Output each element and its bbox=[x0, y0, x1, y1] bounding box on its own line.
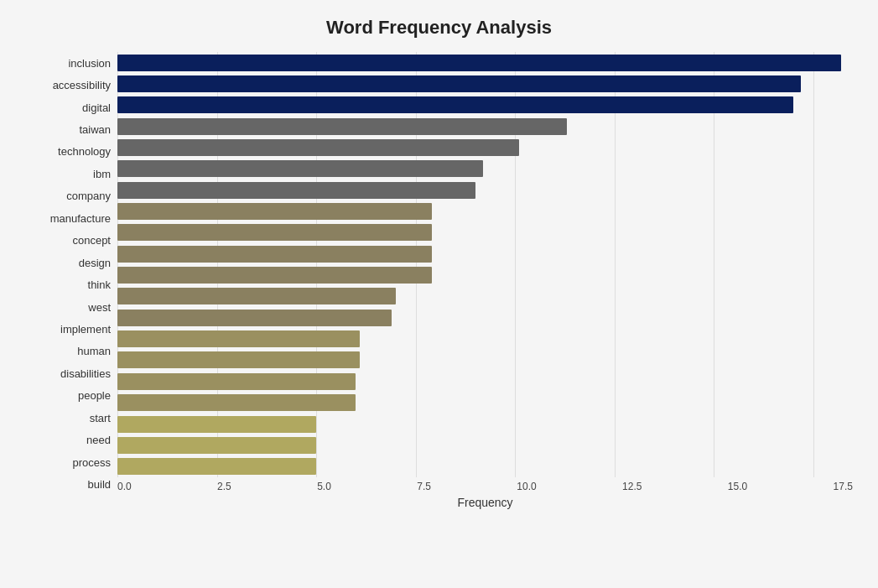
x-axis: 0.02.55.07.510.012.515.017.5 Frequency bbox=[117, 481, 853, 514]
x-tick: 15.0 bbox=[728, 481, 747, 492]
bar-ibm bbox=[117, 160, 483, 177]
y-label: implement bbox=[60, 318, 111, 340]
bar-row bbox=[117, 243, 853, 264]
bar-row bbox=[117, 116, 853, 137]
bar-company bbox=[117, 182, 475, 199]
bar-taiwan bbox=[117, 118, 567, 135]
bars-inner bbox=[117, 52, 853, 477]
bar-row bbox=[117, 137, 853, 158]
bar-people bbox=[117, 373, 356, 390]
y-label: taiwan bbox=[79, 119, 111, 141]
bar-implement bbox=[117, 310, 392, 326]
bar-start bbox=[117, 394, 356, 411]
y-label: design bbox=[79, 252, 111, 273]
bar-row bbox=[117, 264, 853, 285]
x-tick: 2.5 bbox=[217, 481, 231, 492]
y-label: process bbox=[72, 451, 111, 473]
bar-row bbox=[117, 95, 853, 116]
y-label: digital bbox=[82, 96, 111, 118]
y-label: inclusion bbox=[68, 52, 111, 74]
y-label: concept bbox=[72, 230, 111, 252]
bar-digital bbox=[117, 96, 793, 113]
bar-accessibility bbox=[117, 75, 801, 92]
x-tick: 10.0 bbox=[517, 481, 536, 492]
x-tick: 12.5 bbox=[622, 481, 642, 492]
bar-row bbox=[117, 307, 853, 328]
y-label: technology bbox=[58, 141, 111, 163]
y-label: build bbox=[88, 474, 111, 496]
y-label: ibm bbox=[93, 163, 111, 185]
y-label: think bbox=[88, 274, 111, 296]
bars-and-xaxis: 0.02.55.07.510.012.515.017.5 Frequency bbox=[117, 52, 853, 514]
bar-disabilities bbox=[117, 351, 360, 368]
x-ticks: 0.02.55.07.510.012.515.017.5 bbox=[117, 481, 853, 492]
bar-row bbox=[117, 52, 853, 73]
bar-process bbox=[117, 437, 316, 454]
bar-manufacture bbox=[117, 203, 432, 220]
bar-row bbox=[117, 159, 853, 180]
bar-row bbox=[117, 434, 853, 455]
y-label: west bbox=[88, 296, 111, 318]
bar-row bbox=[117, 222, 853, 243]
bar-need bbox=[117, 416, 316, 433]
y-axis: inclusionaccessibilitydigitaltaiwantechn… bbox=[25, 52, 117, 514]
x-tick: 5.0 bbox=[317, 481, 331, 492]
x-axis-label: Frequency bbox=[117, 496, 853, 509]
bar-row bbox=[117, 414, 853, 434]
bar-think bbox=[117, 267, 432, 284]
chart-area: inclusionaccessibilitydigitaltaiwantechn… bbox=[25, 52, 853, 514]
bar-west bbox=[117, 288, 396, 304]
bar-row bbox=[117, 200, 853, 221]
bar-concept bbox=[117, 224, 432, 241]
bar-row bbox=[117, 350, 853, 371]
y-label: company bbox=[66, 185, 111, 207]
y-label: manufacture bbox=[50, 207, 111, 229]
y-label: accessibility bbox=[53, 75, 111, 96]
bar-row bbox=[117, 393, 853, 414]
x-tick: 17.5 bbox=[834, 481, 853, 492]
bar-row bbox=[117, 180, 853, 200]
bars-area bbox=[117, 52, 853, 477]
bar-row bbox=[117, 73, 853, 94]
bar-technology bbox=[117, 139, 519, 156]
chart-container: Word Frequency Analysis inclusionaccessi… bbox=[0, 0, 878, 588]
y-label: need bbox=[86, 429, 111, 451]
y-label: start bbox=[90, 407, 111, 429]
x-tick: 7.5 bbox=[417, 481, 431, 492]
bar-row bbox=[117, 371, 853, 392]
bar-build bbox=[117, 458, 316, 475]
bar-inclusion bbox=[117, 55, 841, 71]
y-label: people bbox=[78, 385, 111, 407]
bar-design bbox=[117, 246, 432, 263]
y-label: human bbox=[77, 341, 111, 362]
y-label: disabilities bbox=[60, 362, 111, 384]
bar-row bbox=[117, 328, 853, 349]
bar-row bbox=[117, 456, 853, 477]
chart-title: Word Frequency Analysis bbox=[25, 17, 853, 39]
bar-row bbox=[117, 286, 853, 307]
x-tick: 0.0 bbox=[117, 481, 132, 492]
bar-human bbox=[117, 330, 360, 347]
